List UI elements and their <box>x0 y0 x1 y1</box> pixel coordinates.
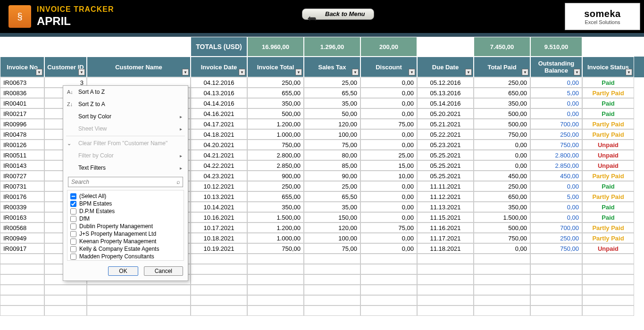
cell[interactable]: 0,00 <box>474 140 530 150</box>
empty-cell[interactable] <box>44 295 87 305</box>
cell[interactable]: IR00163 <box>0 212 44 223</box>
empty-cell[interactable] <box>582 295 634 305</box>
cell[interactable]: Partly Paid <box>582 233 634 243</box>
empty-cell[interactable] <box>247 295 304 305</box>
cell[interactable]: IR00673 <box>0 77 44 88</box>
empty-cell[interactable] <box>474 305 530 316</box>
cell[interactable]: 0,00 <box>360 98 417 108</box>
cell[interactable]: Partly Paid <box>582 119 634 129</box>
filter-check-item[interactable]: J+S Property Management Ltd <box>68 230 183 238</box>
cell[interactable]: 120,00 <box>304 223 360 233</box>
cell[interactable]: 65,50 <box>304 191 360 202</box>
empty-cell[interactable] <box>417 274 474 285</box>
cell[interactable]: 25,00 <box>360 150 417 160</box>
cell[interactable]: 05.25.2021 <box>417 150 474 160</box>
cell[interactable]: 0,00 <box>530 77 582 88</box>
cell[interactable]: 05.25.2021 <box>417 160 474 171</box>
cell[interactable]: IR00401 <box>0 98 44 108</box>
cell[interactable]: IR00568 <box>0 223 44 233</box>
empty-cell[interactable] <box>191 254 247 264</box>
empty-row[interactable] <box>0 295 644 305</box>
filter-dropdown-icon[interactable]: ▼ <box>239 69 245 75</box>
cell[interactable]: 11.11.2021 <box>417 181 474 191</box>
cell[interactable]: 250,00 <box>247 77 304 88</box>
empty-row[interactable] <box>0 305 644 316</box>
empty-cell[interactable] <box>530 274 582 285</box>
empty-cell[interactable] <box>247 285 304 295</box>
empty-cell[interactable] <box>0 254 44 264</box>
cell[interactable]: 0,00 <box>530 181 582 191</box>
empty-cell[interactable] <box>582 264 634 274</box>
empty-cell[interactable] <box>417 295 474 305</box>
cell[interactable]: 0,00 <box>360 129 417 140</box>
empty-cell[interactable] <box>474 295 530 305</box>
empty-cell[interactable] <box>474 254 530 264</box>
filter-dropdown-icon[interactable]: ▼ <box>295 69 302 75</box>
cell[interactable]: IR00217 <box>0 108 44 119</box>
empty-cell[interactable] <box>417 264 474 274</box>
filter-search-input[interactable] <box>68 177 183 187</box>
empty-cell[interactable] <box>247 264 304 274</box>
empty-cell[interactable] <box>474 274 530 285</box>
cell[interactable]: 04.22.2021 <box>191 160 247 171</box>
empty-cell[interactable] <box>0 285 44 295</box>
cell[interactable]: 0,00 <box>530 108 582 119</box>
empty-cell[interactable] <box>247 305 304 316</box>
cell[interactable]: 1.200,00 <box>247 223 304 233</box>
cell[interactable]: 750,00 <box>530 140 582 150</box>
cell[interactable]: IR00917 <box>0 243 44 254</box>
cell[interactable]: 04.23.2021 <box>191 171 247 181</box>
empty-cell[interactable] <box>360 274 417 285</box>
filter-checkbox[interactable] <box>70 246 76 252</box>
cell[interactable]: 100,00 <box>304 129 360 140</box>
cancel-button[interactable]: Cancel <box>144 266 183 276</box>
cell[interactable]: 0,00 <box>360 140 417 150</box>
empty-cell[interactable] <box>304 254 360 264</box>
filter-dropdown-icon[interactable]: ▼ <box>36 69 42 75</box>
cell[interactable]: 0,00 <box>530 202 582 212</box>
cell[interactable]: 650,00 <box>474 88 530 98</box>
cell[interactable]: 450,00 <box>530 171 582 181</box>
empty-cell[interactable] <box>582 285 634 295</box>
cell[interactable]: 100,00 <box>304 233 360 243</box>
cell[interactable]: 05.23.2021 <box>417 140 474 150</box>
cell[interactable]: 655,00 <box>247 191 304 202</box>
cell[interactable]: 0,00 <box>474 160 530 171</box>
cell[interactable]: 0,00 <box>360 243 417 254</box>
empty-cell[interactable] <box>191 305 247 316</box>
cell[interactable]: 10.16.2021 <box>191 212 247 223</box>
cell[interactable]: 04.12.2016 <box>191 77 247 88</box>
cell[interactable]: 0,00 <box>360 88 417 98</box>
cell[interactable]: 700,00 <box>530 223 582 233</box>
cell[interactable]: 700,00 <box>530 119 582 129</box>
filter-checkbox[interactable] <box>70 239 76 245</box>
filter-dropdown-icon[interactable]: ▼ <box>522 69 528 75</box>
sort-za-item[interactable]: Z↓ Sort Z to A <box>63 98 188 110</box>
cell[interactable]: 5,00 <box>530 191 582 202</box>
text-filters-item[interactable]: Text Filters ▸ <box>63 162 188 174</box>
filter-checkbox[interactable] <box>70 208 76 214</box>
cell[interactable]: 04.14.2016 <box>191 98 247 108</box>
cell[interactable]: Partly Paid <box>582 129 634 140</box>
empty-cell[interactable] <box>0 274 44 285</box>
filter-check-item[interactable]: (Select All) <box>68 192 183 200</box>
cell[interactable]: 750,00 <box>247 140 304 150</box>
cell[interactable]: Paid <box>582 77 634 88</box>
cell[interactable]: 85,00 <box>304 160 360 171</box>
filter-dropdown-icon[interactable]: ▼ <box>574 69 580 75</box>
empty-cell[interactable] <box>530 295 582 305</box>
cell[interactable]: 25,00 <box>304 77 360 88</box>
empty-cell[interactable] <box>0 264 44 274</box>
empty-cell[interactable] <box>304 285 360 295</box>
cell[interactable]: 2.850,00 <box>530 160 582 171</box>
cell[interactable]: 120,00 <box>304 119 360 129</box>
cell[interactable]: Unpaid <box>582 150 634 160</box>
cell[interactable]: 0,00 <box>360 191 417 202</box>
cell[interactable]: 11.16.2021 <box>417 223 474 233</box>
filter-checkbox[interactable] <box>70 193 76 199</box>
empty-cell[interactable] <box>582 254 634 264</box>
empty-cell[interactable] <box>44 305 87 316</box>
cell[interactable]: 05.25.2021 <box>417 171 474 181</box>
empty-cell[interactable] <box>304 274 360 285</box>
empty-cell[interactable] <box>360 254 417 264</box>
